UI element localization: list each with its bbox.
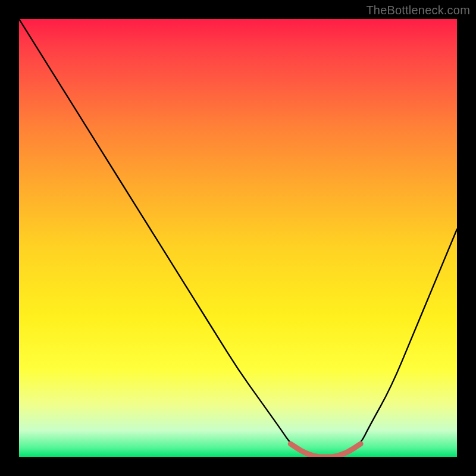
optimal-region-path <box>290 444 361 457</box>
curve-svg <box>19 19 457 457</box>
plot-area <box>19 19 457 457</box>
mismatch-curve-path <box>19 19 457 457</box>
chart-frame: TheBottleneck.com <box>0 0 476 476</box>
watermark-text: TheBottleneck.com <box>366 4 470 17</box>
